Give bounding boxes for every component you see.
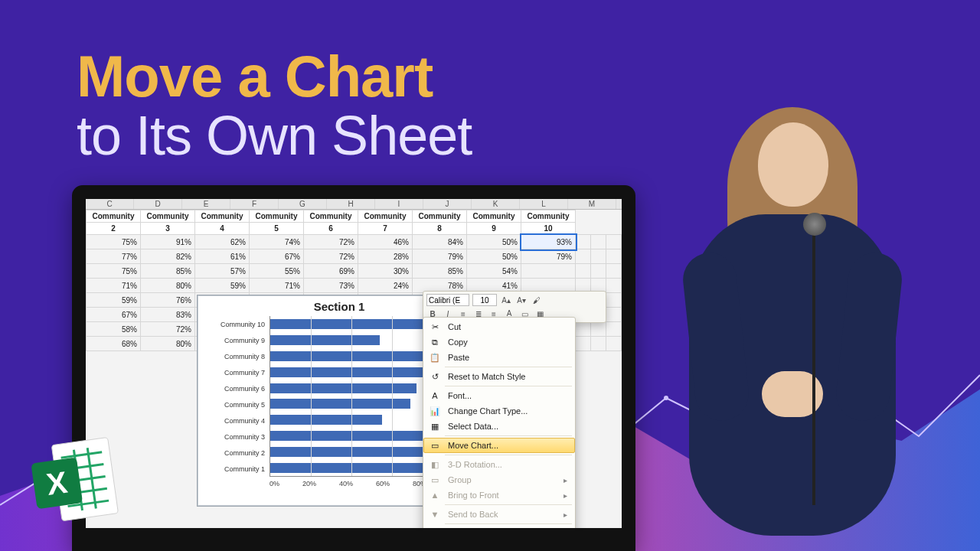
column-header[interactable]: Community — [141, 210, 195, 223]
table-cell[interactable]: 80% — [141, 337, 195, 351]
table-cell[interactable]: 68% — [87, 337, 141, 351]
column-header[interactable]: Community — [87, 210, 141, 223]
table-cell[interactable] — [606, 249, 622, 264]
table-cell[interactable]: 72% — [141, 322, 195, 337]
column-letter[interactable]: I — [375, 199, 423, 209]
column-header[interactable]: Community — [304, 210, 358, 223]
table-cell[interactable]: 76% — [141, 293, 195, 308]
column-header[interactable]: Community — [195, 210, 250, 223]
column-letter[interactable]: N — [616, 199, 635, 209]
table-cell[interactable]: 84% — [413, 235, 467, 249]
increase-font-icon[interactable]: A▴ — [500, 294, 512, 306]
column-letter[interactable]: J — [423, 199, 472, 209]
column-letter[interactable]: G — [279, 199, 327, 209]
column-subheader[interactable]: 2 — [87, 223, 141, 235]
menu-item-change-chart-type[interactable]: 📊Change Chart Type... — [423, 403, 575, 419]
table-cell[interactable]: 85% — [141, 264, 195, 279]
column-subheader[interactable]: 3 — [141, 223, 195, 235]
menu-item-cut[interactable]: ✂Cut — [423, 319, 575, 334]
table-cell[interactable]: 91% — [141, 235, 195, 249]
table-cell[interactable] — [606, 279, 622, 293]
table-cell[interactable]: 54% — [467, 264, 521, 279]
format-painter-icon[interactable]: 🖌 — [531, 294, 543, 306]
table-cell[interactable]: 59% — [87, 293, 141, 308]
table-cell[interactable]: 71% — [87, 279, 141, 293]
table-cell[interactable] — [576, 337, 591, 351]
table-cell[interactable] — [591, 235, 606, 249]
table-cell[interactable]: 73% — [304, 279, 358, 293]
menu-item-format-chart-area[interactable]: 🖉Format Chart Area... — [423, 541, 575, 551]
column-subheader[interactable]: 8 — [413, 223, 467, 235]
table-cell[interactable] — [591, 337, 606, 351]
column-subheader[interactable]: 5 — [250, 223, 304, 235]
table-cell[interactable] — [606, 337, 622, 351]
column-header[interactable]: Community — [467, 210, 521, 223]
menu-item-move-chart[interactable]: ▭Move Chart... — [423, 438, 575, 453]
table-cell[interactable] — [576, 235, 591, 249]
table-cell[interactable] — [591, 322, 606, 337]
column-letter[interactable]: L — [520, 199, 568, 209]
column-header[interactable]: Community — [521, 210, 576, 223]
table-cell[interactable] — [576, 264, 591, 279]
table-cell[interactable]: 82% — [141, 249, 195, 264]
table-cell[interactable]: 74% — [250, 235, 304, 249]
menu-item-font[interactable]: AFont... — [423, 388, 575, 403]
table-cell[interactable] — [576, 322, 591, 337]
table-cell[interactable] — [606, 264, 622, 279]
column-header[interactable]: Community — [358, 210, 413, 223]
table-cell[interactable]: 85% — [413, 264, 467, 279]
table-cell[interactable]: 93% — [521, 235, 576, 249]
column-header[interactable]: Community — [413, 210, 467, 223]
table-cell[interactable]: 75% — [87, 235, 141, 249]
column-letter[interactable]: H — [327, 199, 375, 209]
column-letter[interactable]: E — [182, 199, 230, 209]
table-cell[interactable] — [606, 308, 622, 322]
table-cell[interactable]: 80% — [141, 279, 195, 293]
column-subheader[interactable]: 10 — [521, 223, 576, 235]
menu-item-select-data[interactable]: ▦Select Data... — [423, 419, 575, 434]
table-cell[interactable]: 57% — [195, 264, 250, 279]
table-cell[interactable]: 72% — [304, 249, 358, 264]
table-cell[interactable]: 75% — [87, 264, 141, 279]
table-cell[interactable]: 59% — [195, 279, 250, 293]
table-cell[interactable]: 50% — [467, 235, 521, 249]
column-letter[interactable]: M — [568, 199, 616, 209]
column-subheader[interactable]: 4 — [195, 223, 250, 235]
column-subheader[interactable]: 9 — [467, 223, 521, 235]
table-cell[interactable]: 69% — [304, 264, 358, 279]
table-cell[interactable] — [606, 322, 622, 337]
menu-item-paste[interactable]: 📋Paste — [423, 350, 575, 365]
table-cell[interactable] — [591, 249, 606, 264]
table-cell[interactable]: 58% — [87, 322, 141, 337]
column-letter[interactable]: K — [472, 199, 520, 209]
menu-item-assign-macro[interactable]: ⚙Assign Macro... — [423, 526, 575, 541]
column-letter[interactable]: C — [86, 199, 134, 209]
table-cell[interactable] — [606, 293, 622, 308]
menu-item-reset-to-match-style[interactable]: ↺Reset to Match Style — [423, 369, 575, 384]
table-cell[interactable]: 50% — [467, 249, 521, 264]
table-cell[interactable]: 79% — [413, 249, 467, 264]
table-cell[interactable] — [606, 235, 622, 249]
table-cell[interactable]: 61% — [195, 249, 250, 264]
table-cell[interactable]: 62% — [195, 235, 250, 249]
table-cell[interactable]: 67% — [87, 308, 141, 322]
column-subheader[interactable]: 6 — [304, 223, 358, 235]
table-cell[interactable]: 77% — [87, 249, 141, 264]
column-subheader[interactable]: 7 — [358, 223, 413, 235]
chart-context-menu[interactable]: ✂Cut⧉Copy📋Paste↺Reset to Match StyleAFon… — [423, 317, 576, 551]
table-cell[interactable]: 55% — [250, 264, 304, 279]
column-header[interactable]: Community — [250, 210, 304, 223]
table-cell[interactable]: 46% — [358, 235, 413, 249]
table-cell[interactable]: 24% — [358, 279, 413, 293]
table-cell[interactable]: 30% — [358, 264, 413, 279]
table-cell[interactable] — [576, 249, 591, 264]
table-cell[interactable]: 83% — [141, 308, 195, 322]
font-size-input[interactable] — [472, 294, 497, 306]
font-name-input[interactable] — [426, 294, 469, 306]
table-cell[interactable] — [591, 264, 606, 279]
table-cell[interactable]: 79% — [521, 249, 576, 264]
menu-item-copy[interactable]: ⧉Copy — [423, 334, 575, 350]
table-cell[interactable]: 72% — [304, 235, 358, 249]
decrease-font-icon[interactable]: A▾ — [515, 294, 528, 306]
table-cell[interactable] — [521, 264, 576, 279]
